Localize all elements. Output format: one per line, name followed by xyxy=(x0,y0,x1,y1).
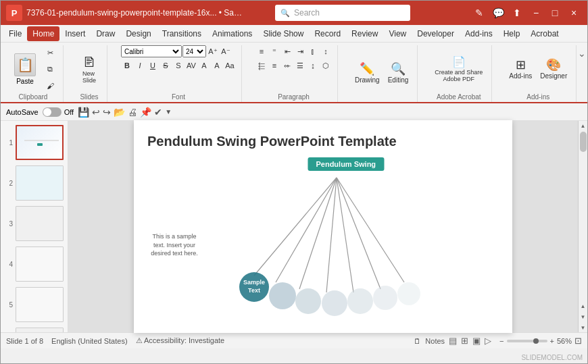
accessibility[interactable]: ⚠ Accessibility: Investigate xyxy=(136,336,225,345)
char-spacing-button[interactable]: AV xyxy=(185,59,197,72)
line-spacing-button[interactable]: ↨ xyxy=(307,59,319,72)
increase-indent-button[interactable]: ⇥ xyxy=(294,45,306,57)
canvas-area[interactable]: Pendulum Swing PowerPoint Template Pendu… xyxy=(68,121,578,332)
notes-label[interactable]: Notes xyxy=(425,337,445,345)
share-button[interactable]: ⬆ xyxy=(509,5,525,21)
slide-preview-6[interactable] xyxy=(16,328,64,332)
strikethrough-button[interactable]: S xyxy=(160,59,172,72)
font-color-button[interactable]: A xyxy=(198,59,210,72)
scroll-track[interactable] xyxy=(579,130,588,300)
slide-preview-2[interactable] xyxy=(16,165,64,201)
bold-button[interactable]: B xyxy=(121,59,133,72)
menu-animations[interactable]: Animations xyxy=(207,26,258,41)
undo-icon[interactable]: ↩ xyxy=(92,107,100,118)
highlight-button[interactable]: A xyxy=(211,59,223,72)
slide-preview-1[interactable] xyxy=(16,125,64,160)
justify-button[interactable]: ☰ xyxy=(294,59,306,72)
slide-thumb-1[interactable]: 1 xyxy=(3,124,65,161)
search-box[interactable]: 🔍 Search xyxy=(275,5,410,21)
menu-review[interactable]: Review xyxy=(346,26,383,41)
shadow-button[interactable]: S xyxy=(172,59,185,72)
pin-icon[interactable]: 📌 xyxy=(140,107,151,118)
new-slide-button[interactable]: 🖹 NewSlide xyxy=(77,53,101,86)
slide-preview-3[interactable] xyxy=(16,206,64,241)
drawing-button[interactable]: ✏️ Drawing xyxy=(351,61,383,86)
menu-file[interactable]: File xyxy=(3,26,27,41)
paste-button[interactable]: 📋 Paste xyxy=(9,52,41,86)
slide-preview-5[interactable] xyxy=(16,287,64,322)
slide-thumb-6[interactable]: 6 xyxy=(3,326,65,332)
menu-view[interactable]: View xyxy=(383,26,412,41)
slide-thumb-4[interactable]: 4 xyxy=(3,245,65,283)
create-share-pdf-button[interactable]: 📄 Create and ShareAdobe PDF xyxy=(431,55,486,84)
ribbon-collapse[interactable]: ⌄ xyxy=(578,45,586,102)
cut-button[interactable]: ✂ xyxy=(43,46,57,61)
editing-button[interactable]: 🔍 Editing xyxy=(385,61,412,86)
copy-button[interactable]: ⧉ xyxy=(43,62,57,77)
menu-addins[interactable]: Add-ins xyxy=(460,26,498,41)
scroll-up-arrow[interactable]: ▲ xyxy=(579,121,588,130)
slide-thumb-5[interactable]: 5 xyxy=(3,286,65,323)
align-right-button[interactable]: ⬰ xyxy=(281,59,293,72)
slide-preview-4[interactable] xyxy=(16,246,64,282)
zoom-out-icon[interactable]: − xyxy=(499,337,504,345)
font-size-select[interactable]: 24 xyxy=(182,45,206,57)
notes-icon[interactable]: 🗒 xyxy=(414,337,421,345)
font-size2-button[interactable]: Aa xyxy=(224,59,236,72)
italic-button[interactable]: I xyxy=(134,59,146,72)
convert-to-smartart-button[interactable]: ⬡ xyxy=(320,59,332,72)
menu-developer[interactable]: Developer xyxy=(412,26,460,41)
reading-view-icon[interactable]: ▣ xyxy=(472,336,481,346)
font-family-select[interactable]: Calibri xyxy=(121,45,182,57)
minimize-button[interactable]: − xyxy=(528,5,544,21)
ribbon-collapse-button[interactable]: ✎ xyxy=(471,5,487,21)
addins-button[interactable]: ⊞ Add-ins xyxy=(506,57,535,82)
scroll-down-arrow[interactable]: ▼ xyxy=(579,323,588,332)
menu-record[interactable]: Record xyxy=(309,26,346,41)
right-scrollbar[interactable]: ▲ ▲ ▼ ▼ xyxy=(578,121,587,332)
menu-transitions[interactable]: Transitions xyxy=(157,26,207,41)
fit-slide-icon[interactable]: ⊡ xyxy=(574,336,582,346)
align-left-button[interactable]: ⬱ xyxy=(255,59,268,72)
menu-acrobat[interactable]: Acrobat xyxy=(525,26,564,41)
scroll-next-page[interactable]: ▼ xyxy=(579,312,588,321)
menu-draw[interactable]: Draw xyxy=(91,26,120,41)
zoom-slider[interactable] xyxy=(507,340,547,342)
autosave-toggle[interactable]: Off xyxy=(43,107,74,117)
more-quick-access-icon[interactable]: ▼ xyxy=(165,108,172,115)
designer-button[interactable]: 🎨 Designer xyxy=(537,57,570,82)
menu-design[interactable]: Design xyxy=(120,26,156,41)
comments-button[interactable]: 💬 xyxy=(490,5,506,21)
columns-button[interactable]: ⫿ xyxy=(307,45,319,57)
underline-button[interactable]: U xyxy=(147,59,159,72)
bullets-button[interactable]: ≡ xyxy=(255,45,268,57)
menu-help[interactable]: Help xyxy=(498,26,526,41)
close-button[interactable]: × xyxy=(566,5,582,21)
decrease-indent-button[interactable]: ⇤ xyxy=(281,45,293,57)
check-icon[interactable]: ✔ xyxy=(154,107,162,118)
scroll-prev-page[interactable]: ▲ xyxy=(579,301,588,311)
menu-home[interactable]: Home xyxy=(27,26,59,41)
increase-font-button[interactable]: A⁺ xyxy=(207,45,219,57)
menu-insert[interactable]: Insert xyxy=(59,26,91,41)
save-icon[interactable]: 💾 xyxy=(78,107,89,118)
direction-button[interactable]: ↕ xyxy=(320,45,332,57)
format-painter-button[interactable]: 🖌 xyxy=(43,78,57,93)
print-icon[interactable]: 🖨 xyxy=(128,107,137,118)
slideshow-icon[interactable]: ▷ xyxy=(485,336,491,346)
align-center-button[interactable]: ≡ xyxy=(268,59,280,72)
redo-icon[interactable]: ↪ xyxy=(103,107,111,118)
decrease-font-button[interactable]: A⁻ xyxy=(220,45,232,57)
maximize-button[interactable]: □ xyxy=(547,5,563,21)
menu-slideshow[interactable]: Slide Show xyxy=(258,26,309,41)
toggle-state: Off xyxy=(64,108,74,116)
slide-thumb-3[interactable]: 3 xyxy=(3,205,65,242)
open-icon[interactable]: 📂 xyxy=(114,107,125,118)
slide-canvas[interactable]: Pendulum Swing PowerPoint Template Pendu… xyxy=(134,120,512,333)
scroll-thumb[interactable] xyxy=(580,132,587,152)
slide-sorter-icon[interactable]: ⊞ xyxy=(461,336,468,346)
numbering-button[interactable]: ⁼ xyxy=(268,45,280,57)
normal-view-icon[interactable]: ▤ xyxy=(449,336,457,346)
slide-thumb-2[interactable]: 2 xyxy=(3,164,65,202)
zoom-in-icon[interactable]: + xyxy=(550,337,554,345)
